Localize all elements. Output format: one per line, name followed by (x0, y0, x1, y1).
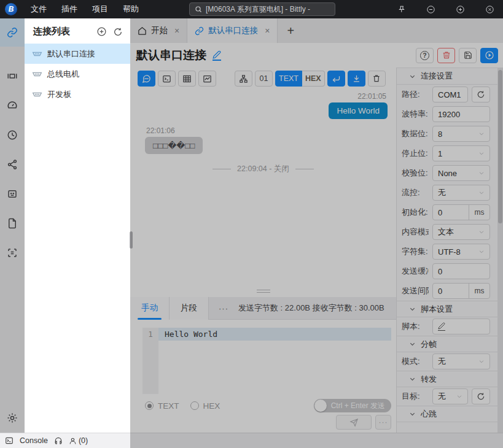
console-icon[interactable] (5, 436, 14, 445)
radio-hex[interactable]: HEX (190, 401, 220, 411)
field-baudrate: 波特率: 19200 (397, 104, 497, 124)
sidebar-item-timer[interactable] (0, 120, 25, 150)
scroll-to-bottom-button[interactable] (348, 71, 365, 87)
panel-resize-handle[interactable] (257, 290, 270, 293)
settings-scrollbar[interactable] (497, 68, 503, 433)
terminal-icon (162, 74, 171, 83)
section-script-settings[interactable]: 脚本设置 (397, 301, 497, 317)
scrollbar-thumb[interactable] (498, 70, 502, 223)
send-interval-input[interactable]: 0 ms (432, 283, 490, 299)
structure-button[interactable] (235, 71, 252, 87)
radio-text[interactable]: TEXT (145, 401, 179, 411)
send-button[interactable] (336, 415, 372, 430)
save-button[interactable] (459, 48, 477, 63)
pencil-icon (213, 50, 221, 59)
sidebar-item-dashboard[interactable] (0, 91, 25, 120)
refresh-ports-button[interactable] (472, 87, 490, 102)
delete-connection-button[interactable] (437, 48, 455, 63)
help-button[interactable]: ? (416, 48, 434, 63)
section-framing[interactable]: 分帧 (397, 336, 497, 352)
connection-item-default-serial[interactable]: 默认串口连接 (25, 44, 130, 64)
menu-plugins[interactable]: 插件 (54, 0, 85, 18)
refresh-connections-button[interactable] (113, 27, 123, 37)
path-select[interactable]: COM1 (432, 87, 468, 102)
send-options-button[interactable]: ··· (375, 415, 391, 430)
menu-project[interactable]: 项目 (85, 0, 115, 18)
text-mode-button[interactable]: TEXT (275, 71, 302, 87)
connection-item-bus-motor[interactable]: 总线电机 (25, 64, 130, 84)
add-connection-button[interactable] (96, 26, 107, 37)
send-buffer-input[interactable]: 0 (432, 263, 490, 279)
sidebar-item-api[interactable] (0, 150, 25, 179)
sidebar-resize-handle[interactable] (130, 231, 133, 249)
section-forward[interactable]: 转发 (397, 371, 497, 387)
online-peers[interactable]: (0) (69, 436, 88, 445)
content-mode-select[interactable]: 文本 (432, 224, 490, 240)
send-editor[interactable]: 1 Hello World (142, 328, 391, 394)
tab-snippet[interactable]: 片段 (170, 297, 209, 320)
forward-target-select[interactable]: 无 (432, 388, 468, 404)
byte-mode-button[interactable]: 01 (255, 71, 273, 87)
headphones-icon[interactable] (54, 436, 63, 445)
ctrl-enter-send-toggle[interactable]: Ctrl + Enter 发送 (314, 399, 391, 412)
enter-arrow-icon (332, 74, 341, 83)
tab-default-serial[interactable]: 默认串口连接 × (187, 18, 278, 43)
section-heartbeat[interactable]: 心跳 (397, 406, 497, 422)
hex-mode-button[interactable]: HEX (302, 71, 325, 87)
newline-toggle-button[interactable] (327, 71, 345, 87)
baudrate-input[interactable]: 19200 (432, 106, 490, 122)
plot-view-button[interactable] (198, 71, 216, 87)
maximize-button[interactable] (456, 5, 465, 14)
section-connection-settings[interactable]: 连接设置 (397, 68, 497, 85)
minimize-button[interactable] (426, 5, 435, 14)
close-tab-icon[interactable]: × (174, 26, 179, 36)
console-label[interactable]: Console (20, 436, 48, 445)
tab-label: 开始 (151, 25, 168, 36)
chevron-down-icon (478, 249, 485, 255)
new-tab-button[interactable]: + (278, 18, 303, 43)
menu-help[interactable]: 帮助 (115, 0, 146, 18)
sidebar-item-mock[interactable] (0, 238, 25, 268)
editor-filler (142, 341, 391, 394)
refresh-targets-button[interactable] (472, 388, 490, 404)
sidebar-item-documents[interactable] (0, 209, 25, 238)
edit-script-button[interactable] (438, 322, 445, 331)
field-forward-target: 目标: 无 (397, 387, 497, 406)
init-delay-input[interactable]: 0 ms (432, 204, 490, 220)
sidebar-item-connections[interactable] (0, 18, 25, 47)
menu-file[interactable]: 文件 (23, 0, 54, 18)
charset-select[interactable]: UTF-8 (432, 244, 490, 260)
close-tab-icon[interactable]: × (265, 26, 270, 36)
window-controls (397, 0, 503, 18)
tab-manual[interactable]: 手动 (130, 297, 170, 320)
session-content: 01 TEXT HEX 22:01:05 Hello World 22:01:0… (130, 68, 396, 433)
panel-icon (7, 71, 18, 82)
databits-select[interactable]: 8 (432, 126, 490, 142)
pin-window-icon[interactable] (397, 5, 406, 14)
clear-messages-button[interactable] (368, 71, 386, 87)
terminal-view-button[interactable] (158, 71, 176, 87)
connection-item-dev-board[interactable]: 开发板 (25, 84, 130, 104)
chat-view-button[interactable] (138, 71, 155, 87)
flowcontrol-select[interactable]: 无 (432, 185, 490, 201)
field-stopbits: 停止位: 1 (397, 144, 497, 163)
table-view-button[interactable] (178, 71, 196, 87)
settings-button[interactable] (0, 412, 25, 423)
play-icon (485, 50, 494, 60)
script-edit-box[interactable] (432, 319, 490, 334)
close-button[interactable] (485, 5, 494, 14)
global-search-box[interactable]: [M0603A 系列直驱电机] - Bittly - (189, 2, 335, 16)
frame-mode-select[interactable]: 无 (432, 353, 490, 369)
more-tabs-button[interactable]: ··· (209, 304, 238, 313)
stopbits-select[interactable]: 1 (432, 145, 490, 161)
parity-select[interactable]: None (432, 165, 490, 181)
tab-start[interactable]: 开始 × (130, 18, 187, 43)
chevron-down-icon (478, 170, 485, 176)
sidebar-item-panels[interactable] (0, 61, 25, 91)
link-icon (195, 26, 204, 36)
open-connection-button[interactable] (480, 48, 498, 63)
chevron-down-icon (478, 358, 485, 365)
edit-title-button[interactable] (213, 50, 221, 61)
message-stream: 22:01:05 Hello World 22:01:06 □□□��□□ 22… (130, 88, 396, 295)
sidebar-item-device[interactable] (0, 179, 25, 209)
